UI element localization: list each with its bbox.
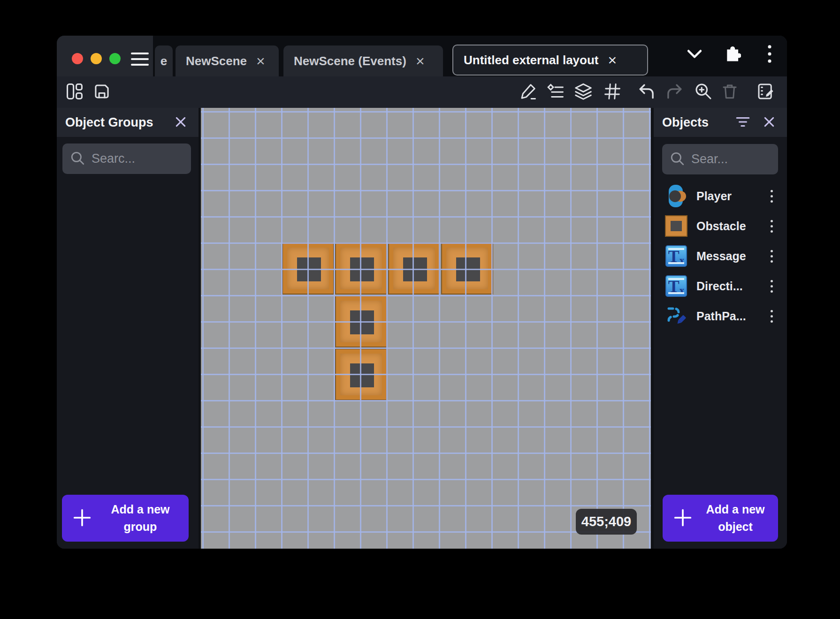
obstacle-instance-core [297, 257, 321, 281]
text-object-icon: Tx [665, 275, 687, 297]
tab-newscene-events[interactable]: NewScene (Events) × [283, 45, 443, 76]
puzzle-piece-icon [723, 45, 741, 64]
object-name: Player [696, 189, 755, 203]
object-row[interactable]: PathPa... [654, 301, 787, 331]
layers-button[interactable] [571, 80, 596, 105]
plus-icon [673, 508, 693, 529]
window-maximize-button[interactable] [109, 53, 121, 64]
canvas-instances [201, 108, 651, 549]
main-menu-icon[interactable] [131, 53, 149, 66]
object-row[interactable]: Obstacle [654, 211, 787, 241]
save-floppy-icon [93, 83, 111, 102]
undo-icon [637, 82, 656, 102]
obstacle-instance-core [456, 257, 480, 281]
panels-layout-icon [66, 83, 84, 102]
tab-bar: e NewScene × NewScene (Events) × Untitle… [57, 36, 787, 76]
add-object-label-line2: object [718, 520, 753, 533]
tab-label: NewScene (Events) [294, 54, 406, 68]
extensions-button[interactable] [717, 39, 747, 69]
grid-icon [603, 83, 621, 102]
add-group-button[interactable]: Add a new group [62, 495, 189, 542]
window-close-button[interactable] [72, 53, 83, 64]
grid-toggle-button[interactable] [600, 80, 625, 105]
close-panel-button[interactable] [171, 113, 190, 132]
path-paint-icon [665, 304, 687, 328]
search-input[interactable] [92, 151, 183, 166]
project-manager-button[interactable] [62, 80, 87, 105]
object-row[interactable]: Tx Directi... [654, 271, 787, 301]
diamond-list-icon [547, 83, 565, 102]
editor-content: 455;409 Object Groups [57, 108, 787, 549]
object-groups-search[interactable] [62, 143, 191, 174]
gdevelop-window: e NewScene × NewScene (Events) × Untitle… [57, 36, 787, 549]
object-menu-button[interactable] [764, 186, 779, 206]
object-name: Obstacle [696, 219, 755, 233]
objects-list: Player Obstacle Tx Message [654, 181, 787, 331]
edit-scene-properties-button[interactable] [754, 80, 778, 105]
objects-search[interactable] [662, 144, 778, 174]
objects-panel: Objects [654, 108, 787, 549]
obstacle-instance[interactable] [335, 242, 387, 294]
tab-close-icon[interactable]: × [256, 53, 265, 68]
panel-title: Object Groups [65, 115, 164, 130]
delete-button[interactable] [718, 80, 742, 105]
tab-close-icon[interactable]: × [416, 53, 425, 68]
filter-icon [736, 116, 750, 129]
redo-icon [665, 82, 684, 102]
filter-objects-button[interactable] [733, 113, 752, 132]
cursor-coordinates-badge: 455;409 [576, 509, 637, 535]
obstacle-instance[interactable] [335, 295, 387, 347]
object-menu-button[interactable] [764, 216, 779, 236]
plus-icon [72, 508, 92, 529]
close-icon [175, 116, 187, 129]
layers-icon [574, 82, 593, 102]
window-more-menu-button[interactable] [755, 39, 785, 69]
tabs-overflow-button[interactable] [680, 39, 710, 69]
tab-untitled-external-layout[interactable]: Untitled external layout × [452, 45, 648, 75]
instances-list-button[interactable] [543, 80, 568, 105]
zoom-in-icon [694, 82, 713, 102]
text-object-icon: Tx [665, 245, 687, 267]
obstacle-instance-core [350, 310, 374, 334]
tab-label: Untitled external layout [464, 53, 599, 68]
undo-button[interactable] [634, 80, 659, 105]
object-name: Message [696, 249, 755, 263]
scene-canvas[interactable]: 455;409 [201, 108, 651, 549]
object-row[interactable]: Player [654, 181, 787, 211]
search-input[interactable] [691, 152, 771, 166]
kebab-menu-icon [767, 45, 772, 65]
save-button[interactable] [90, 80, 114, 105]
toolbar: Preview Publish [57, 76, 787, 108]
object-menu-button[interactable] [764, 306, 779, 326]
obstacle-instance[interactable] [282, 242, 334, 294]
tab-newscene[interactable]: NewScene × [176, 45, 279, 76]
object-name: PathPa... [696, 310, 755, 323]
objects-header: Objects [654, 108, 787, 137]
obstacle-instance[interactable] [388, 242, 440, 294]
close-panel-button[interactable] [760, 113, 779, 132]
add-object-label-line1: Add a new [706, 503, 764, 516]
object-groups-panel: Object Groups [57, 108, 199, 549]
pencil-icon [519, 83, 537, 102]
object-menu-button[interactable] [764, 246, 779, 266]
obstacle-instance-core [350, 363, 374, 387]
window-minimize-button[interactable] [91, 53, 102, 64]
obstacle-instance[interactable] [335, 348, 387, 400]
redo-button[interactable] [662, 80, 687, 105]
tab-label: NewScene [186, 54, 247, 68]
object-menu-button[interactable] [764, 276, 779, 296]
obstacle-instance-core [403, 257, 427, 281]
add-object-button[interactable]: Add a new object [663, 495, 778, 542]
object-name: Directi... [696, 279, 755, 293]
edit-object-button[interactable] [516, 80, 540, 105]
notebook-edit-icon [756, 82, 775, 102]
tab-close-icon[interactable]: × [608, 53, 617, 68]
zoom-button[interactable] [691, 80, 716, 105]
chevron-down-icon [686, 48, 703, 61]
object-row[interactable]: Tx Message [654, 241, 787, 271]
obstacle-instance[interactable] [441, 242, 493, 294]
tab-clipped[interactable]: e [155, 45, 173, 76]
player-icon [666, 185, 686, 207]
titlebar [57, 36, 153, 76]
object-groups-header: Object Groups [57, 108, 199, 137]
